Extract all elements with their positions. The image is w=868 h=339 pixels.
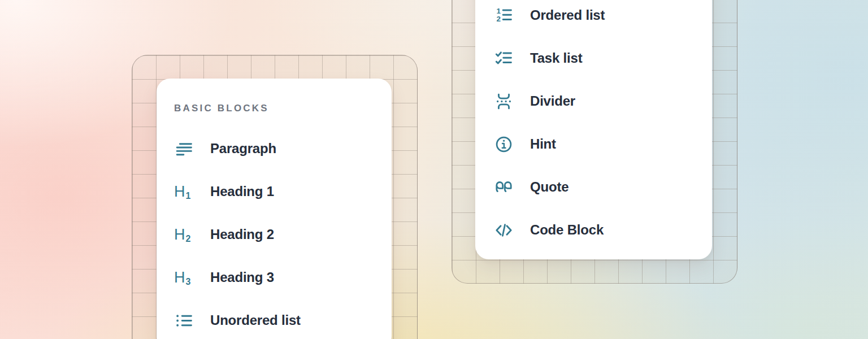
- menu-item-label: Paragraph: [210, 141, 276, 157]
- menu-item-label: Ordered list: [530, 7, 605, 23]
- menu-item-unordered-list[interactable]: Unordered list: [157, 299, 392, 339]
- menu-item-label: Unordered list: [210, 312, 301, 328]
- menu-item-label: Quote: [530, 179, 568, 195]
- hint-icon: [494, 134, 513, 154]
- unordered-list-icon: [174, 311, 193, 330]
- heading-2-icon: H2: [174, 225, 193, 244]
- blocks-menu-secondary: 12Ordered list Task list Divider Hint Qu…: [475, 0, 712, 259]
- menu-item-heading-1[interactable]: H1Heading 1: [157, 170, 392, 213]
- blocks-item-list: 12Ordered list Task list Divider Hint Qu…: [475, 0, 712, 251]
- menu-item-heading-3[interactable]: H3Heading 3: [157, 256, 392, 299]
- menu-item-code-block[interactable]: Code Block: [475, 208, 712, 251]
- divider-icon: [494, 92, 513, 111]
- menu-item-label: Task list: [530, 50, 582, 66]
- section-label: BASIC BLOCKS: [174, 103, 392, 114]
- heading-letter: H1: [174, 184, 193, 199]
- menu-item-paragraph[interactable]: Paragraph: [157, 127, 392, 170]
- heading-letter: H3: [174, 270, 193, 285]
- menu-item-task-list[interactable]: Task list: [475, 37, 712, 80]
- menu-item-label: Code Block: [530, 222, 604, 238]
- menu-item-quote[interactable]: Quote: [475, 166, 712, 208]
- menu-item-label: Divider: [530, 93, 575, 109]
- paragraph-icon: [174, 139, 193, 158]
- heading-3-icon: H3: [174, 268, 193, 287]
- quote-icon: [494, 177, 513, 197]
- menu-item-label: Heading 3: [210, 270, 274, 285]
- heading-1-icon: H1: [174, 182, 193, 201]
- menu-item-heading-2[interactable]: H2Heading 2: [157, 213, 392, 256]
- basic-blocks-menu: BASIC BLOCKS ParagraphH1Heading 1H2Headi…: [157, 79, 392, 339]
- menu-item-label: Heading 1: [210, 184, 274, 199]
- heading-letter: H2: [174, 227, 193, 242]
- menu-item-ordered-list[interactable]: 12Ordered list: [475, 0, 712, 37]
- task-list-icon: [494, 49, 513, 68]
- svg-text:1: 1: [496, 7, 501, 15]
- svg-text:2: 2: [496, 15, 501, 23]
- ordered-list-icon: 12: [494, 6, 513, 25]
- menu-item-label: Heading 2: [210, 227, 274, 242]
- code-block-icon: [494, 220, 513, 240]
- menu-item-hint[interactable]: Hint: [475, 123, 712, 166]
- menu-item-divider[interactable]: Divider: [475, 80, 712, 123]
- menu-item-label: Hint: [530, 136, 556, 152]
- basic-blocks-item-list: ParagraphH1Heading 1H2Heading 2H3Heading…: [157, 116, 392, 339]
